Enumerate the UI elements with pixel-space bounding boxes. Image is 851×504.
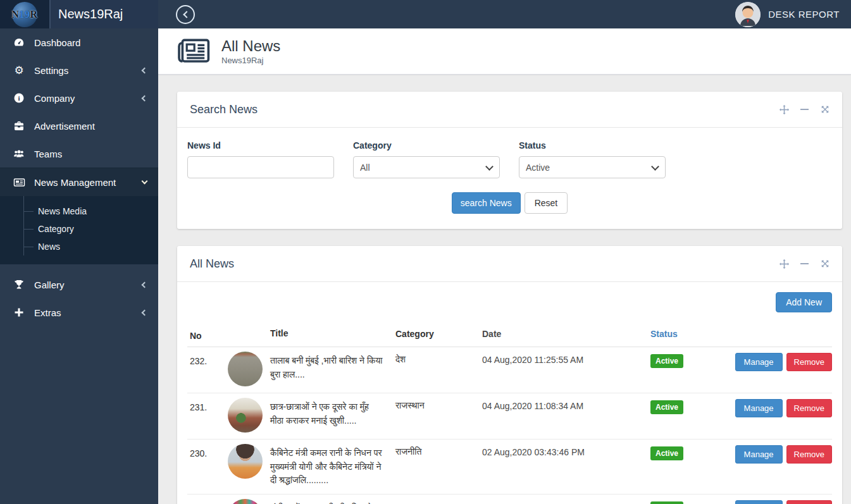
users-icon — [13, 147, 25, 160]
status-select-wrap: Active — [519, 156, 666, 178]
column-header-category: Category — [395, 329, 482, 339]
sidebar-item-company[interactable]: i Company — [0, 84, 158, 112]
reset-button[interactable]: Reset — [525, 192, 568, 214]
app-logo[interactable]: N19R — [0, 0, 49, 28]
trophy-icon — [13, 278, 25, 291]
all-news-panel-header: All News — [177, 246, 842, 282]
sidebar-item-gallery[interactable]: Gallery — [0, 271, 158, 298]
page-subtitle: News19Raj — [221, 56, 280, 65]
all-news-panel-title: All News — [190, 257, 234, 271]
sidebar-item-advertisement[interactable]: Advertisement — [0, 112, 158, 140]
move-icon[interactable] — [780, 105, 789, 114]
status-badge: Active — [650, 446, 683, 460]
news-id-label: News Id — [187, 140, 334, 151]
sidebar-item-label: Dashboard — [34, 37, 147, 48]
news-title-cell: चंडीगढ़ में हनुमान जी की प्रतिमा के लिए … — [270, 499, 395, 504]
column-header-status: Status — [650, 329, 733, 339]
newspaper-icon — [177, 37, 211, 65]
search-panel-header: Search News — [177, 92, 842, 128]
news-table-body: 232. तालाब बनी मुंबई ,भारी बारिश ने किया… — [187, 347, 832, 504]
news-id-cell: 231. — [190, 398, 228, 412]
news-id-input[interactable] — [187, 156, 334, 178]
search-news-panel: Search News News Id Category — [177, 92, 842, 229]
gear-icon: ⚙ — [13, 64, 25, 77]
status-select[interactable]: Active — [519, 156, 666, 178]
collapse-icon[interactable] — [800, 259, 809, 269]
briefcase-icon — [13, 120, 25, 132]
news-category-cell: देश — [395, 352, 482, 365]
sidebar-item-teams[interactable]: Teams — [0, 140, 158, 168]
news-date-cell: 02 Aug,2020 03:43:46 PM — [482, 444, 650, 457]
news-date-cell: 04 Aug,2020 11:08:34 AM — [482, 398, 650, 411]
plus-icon — [13, 306, 25, 319]
sidebar-item-news-management[interactable]: News Management — [0, 168, 158, 196]
news-title-cell: कैबिनेट मंत्री कमल रानी के निधन पर मुख्य… — [270, 444, 395, 488]
sidebar-item-news-media[interactable]: News Media — [0, 202, 158, 220]
info-icon: i — [13, 92, 25, 104]
sidebar-item-label: Gallery — [34, 280, 142, 290]
app-name: News19Raj — [51, 7, 123, 22]
remove-button[interactable]: Remove — [786, 399, 832, 417]
move-icon[interactable] — [780, 259, 789, 269]
news-id-cell: 232. — [190, 352, 228, 366]
chevron-left-icon — [142, 281, 148, 288]
news-category-cell: राजस्थान — [395, 398, 482, 411]
table-row: 232. तालाब बनी मुंबई ,भारी बारिश ने किया… — [187, 347, 832, 393]
manage-button[interactable]: Manage — [735, 353, 783, 371]
user-avatar — [735, 2, 761, 27]
news-thumbnail-image — [228, 444, 263, 479]
sidebar-item-label: Teams — [34, 149, 147, 159]
search-panel-title: Search News — [190, 103, 258, 116]
column-header-title: Title — [270, 327, 395, 341]
search-news-button[interactable]: search News — [452, 192, 521, 214]
table-row: 231. छात्र-छात्राओं ने एक दूसरे का मुँह … — [187, 393, 832, 439]
sidebar-item-label: News Management — [34, 177, 142, 188]
sidebar-item-label: Advertisement — [34, 121, 147, 132]
brand: N19R News19Raj — [0, 0, 158, 28]
news-category-cell: राजनीति — [395, 444, 482, 457]
category-label: Category — [353, 140, 500, 151]
manage-button[interactable]: Manage — [735, 500, 783, 504]
sidebar-item-extras[interactable]: Extras — [0, 298, 158, 326]
news-title-cell: तालाब बनी मुंबई ,भारी बारिश ने किया बुरा… — [270, 352, 395, 381]
news-date-cell: 04 Aug,2020 11:25:55 AM — [482, 352, 650, 365]
expand-icon[interactable] — [820, 259, 829, 269]
sidebar-item-settings[interactable]: ⚙ Settings — [0, 56, 158, 84]
page-title: All News — [221, 37, 280, 55]
sidebar-item-category[interactable]: Category — [0, 220, 158, 238]
sidebar-item-label: Extras — [34, 307, 142, 318]
sidebar-item-news[interactable]: News — [0, 238, 158, 255]
page-header: All News News19Raj — [158, 28, 851, 75]
news-thumbnail-image — [228, 352, 263, 386]
status-label: Status — [519, 140, 666, 151]
news-id-cell: 230. — [190, 444, 228, 458]
sidebar-item-label: Settings — [34, 65, 142, 76]
chevron-left-icon — [142, 95, 148, 101]
status-badge: Active — [650, 501, 683, 504]
main-content: All News News19Raj Search News News Id — [158, 28, 851, 504]
chevron-left-icon — [142, 309, 148, 316]
user-menu[interactable]: DESK REPORT — [735, 2, 851, 27]
category-select[interactable]: All — [353, 156, 500, 178]
remove-button[interactable]: Remove — [786, 500, 832, 504]
add-new-button[interactable]: Add New — [776, 292, 832, 312]
news-category-cell: राज्य — [395, 499, 482, 504]
sidebar-item-label: Company — [34, 93, 142, 104]
column-header-no: No — [190, 326, 228, 341]
expand-icon[interactable] — [820, 105, 829, 114]
chevron-left-icon — [183, 11, 190, 18]
user-name: DESK REPORT — [768, 9, 840, 20]
chevron-down-icon — [142, 178, 148, 185]
manage-button[interactable]: Manage — [735, 399, 783, 417]
news-thumbnail-image — [228, 499, 263, 504]
sidebar-toggle-button[interactable] — [176, 5, 195, 24]
all-news-panel: All News Add New No Title Category Date — [177, 246, 842, 504]
news-date-cell: 02 Aug,2020 03:24:10 PM — [482, 499, 650, 504]
remove-button[interactable]: Remove — [786, 445, 832, 464]
collapse-icon[interactable] — [800, 105, 809, 114]
remove-button[interactable]: Remove — [786, 353, 832, 371]
sidebar-section-news-management: News Management News Media Category News — [0, 168, 158, 264]
sidebar-item-dashboard[interactable]: Dashboard — [0, 28, 158, 56]
dashboard-icon — [13, 36, 25, 49]
manage-button[interactable]: Manage — [735, 445, 783, 464]
